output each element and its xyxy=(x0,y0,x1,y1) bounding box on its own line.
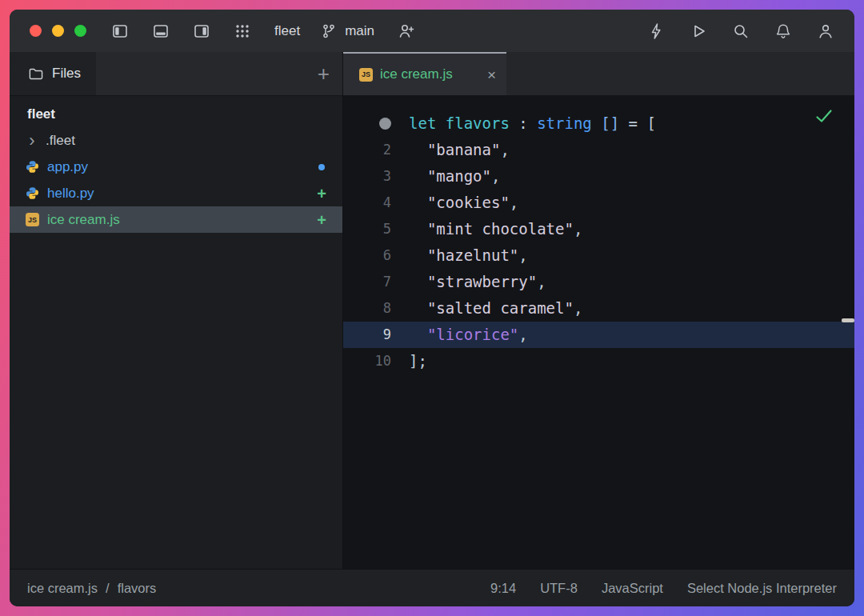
code-text[interactable]: let flavors : string [] = [ xyxy=(409,110,656,137)
line-number[interactable]: 7 xyxy=(343,269,409,295)
code-token xyxy=(409,326,427,343)
code-line-9[interactable]: 9 "licorice", xyxy=(343,322,854,348)
scrollbar-change-marker[interactable] xyxy=(842,318,854,322)
add-file-button[interactable]: + xyxy=(318,63,330,84)
code-token xyxy=(409,167,427,185)
code-token: ]; xyxy=(409,352,427,370)
line-number[interactable]: 6 xyxy=(343,242,409,269)
code-token xyxy=(409,273,427,290)
code-text[interactable]: "banana", xyxy=(409,137,510,163)
line-number[interactable]: 10 xyxy=(343,348,409,374)
code-token: , xyxy=(518,246,527,264)
code-token: , xyxy=(537,273,546,290)
files-panel-title: Files xyxy=(52,66,81,82)
toggle-bottom-panel-button[interactable] xyxy=(151,22,170,41)
editor-tabbar: JS ice cream.js × xyxy=(343,52,854,96)
line-indicator-dot[interactable] xyxy=(379,118,391,130)
line-number[interactable]: 3 xyxy=(343,163,409,190)
titlebar-actions xyxy=(646,22,835,41)
file-name: hello.py xyxy=(47,186,94,202)
caret-position[interactable]: 9:14 xyxy=(490,581,516,596)
search-icon[interactable] xyxy=(731,22,750,41)
code-line-6[interactable]: 6 "hazelnut", xyxy=(343,242,854,269)
line-number[interactable] xyxy=(343,110,409,137)
run-button[interactable] xyxy=(689,22,708,41)
code-text[interactable]: "cookies", xyxy=(409,190,518,216)
folder-icon xyxy=(26,64,45,83)
invite-collaborator-icon[interactable] xyxy=(397,22,416,41)
code-line-1[interactable]: let flavors : string [] = [ xyxy=(343,110,854,137)
language-indicator[interactable]: JavaScript xyxy=(602,581,663,596)
file-tree-item--fleet[interactable]: › .fleet xyxy=(10,127,342,154)
line-number[interactable]: 8 xyxy=(343,295,409,322)
code-token: , xyxy=(574,299,582,317)
code-token: , xyxy=(491,167,500,185)
code-token: [] xyxy=(601,114,628,132)
tab-close-icon[interactable]: × xyxy=(487,67,496,82)
code-text[interactable]: "mint chocolate", xyxy=(409,216,582,242)
code-line-3[interactable]: 3 "mango", xyxy=(343,163,854,190)
toggle-left-panel-button[interactable] xyxy=(110,22,130,41)
line-number[interactable]: 2 xyxy=(343,137,409,163)
project-root-label: fleet xyxy=(27,106,55,122)
file-tree-item-app-py[interactable]: app.py xyxy=(10,154,342,180)
file-encoding[interactable]: UTF-8 xyxy=(540,581,578,596)
code-line-2[interactable]: 2 "banana", xyxy=(343,137,854,163)
line-number[interactable]: 5 xyxy=(343,216,409,242)
code-token: , xyxy=(518,326,527,343)
breadcrumb-separator: / xyxy=(106,581,110,596)
project-name[interactable]: fleet xyxy=(274,23,300,39)
workspaces-grid-icon[interactable] xyxy=(233,22,252,41)
inspections-ok-check-icon[interactable] xyxy=(814,107,834,128)
tab-label: ice cream.js xyxy=(380,66,453,82)
code-token: "hazelnut" xyxy=(427,246,518,264)
interpreter-selector[interactable]: Select Node.js Interpreter xyxy=(687,581,837,596)
code-text[interactable]: ]; xyxy=(409,348,427,374)
vcs-added-plus-badge: + xyxy=(315,186,328,202)
javascript-file-icon: JS xyxy=(359,68,373,82)
breadcrumb-file[interactable]: ice cream.js xyxy=(27,581,98,596)
statusbar: ice cream.js / flavors 9:14 UTF-8 JavaSc… xyxy=(10,569,854,606)
git-branch-widget[interactable]: main xyxy=(319,22,374,41)
toggle-right-panel-button[interactable] xyxy=(192,22,211,41)
minimize-window-button[interactable] xyxy=(52,25,64,37)
code-text[interactable]: "licorice", xyxy=(409,322,528,348)
code-editor[interactable]: let flavors : string [] = [ 2 "banana", … xyxy=(343,96,854,569)
line-number[interactable]: 9 xyxy=(343,322,409,348)
breadcrumb-symbol[interactable]: flavors xyxy=(118,581,157,596)
code-line-4[interactable]: 4 "cookies", xyxy=(343,190,854,216)
notifications-bell-icon[interactable] xyxy=(774,22,793,41)
project-root-item[interactable]: fleet xyxy=(10,101,342,127)
code-token xyxy=(409,299,427,317)
code-token: , xyxy=(574,220,582,238)
code-line-10[interactable]: 10 ]; xyxy=(343,348,854,374)
code-token xyxy=(409,220,427,238)
code-line-7[interactable]: 7 "strawberry", xyxy=(343,269,854,295)
code-text[interactable]: "salted caramel", xyxy=(409,295,582,322)
tab-ice-cream-js[interactable]: JS ice cream.js × xyxy=(343,52,506,95)
files-panel-tab[interactable]: Files xyxy=(10,52,96,95)
files-panel: Files + fleet › .fleet app.py hello.py + xyxy=(10,52,343,569)
code-token: , xyxy=(510,194,518,211)
quick-actions-lightning-icon[interactable] xyxy=(646,22,666,41)
code-token: "mint chocolate" xyxy=(427,220,574,238)
code-text[interactable]: "mango", xyxy=(409,163,500,190)
file-tree-item-ice-cream-js[interactable]: JS ice cream.js + xyxy=(10,206,342,233)
code-token xyxy=(409,141,427,158)
file-tree-item-hello-py[interactable]: hello.py + xyxy=(10,180,342,206)
breadcrumb: ice cream.js / flavors xyxy=(27,581,156,596)
zoom-window-button[interactable] xyxy=(74,25,86,37)
code-line-5[interactable]: 5 "mint chocolate", xyxy=(343,216,854,242)
code-line-8[interactable]: 8 "salted caramel", xyxy=(343,295,854,322)
fleet-window: fleet main xyxy=(10,10,854,606)
code-token: "banana" xyxy=(427,141,501,158)
line-number[interactable]: 4 xyxy=(343,190,409,216)
chevron-right-icon[interactable]: › xyxy=(26,132,38,150)
account-icon[interactable] xyxy=(816,22,835,41)
code-text[interactable]: "hazelnut", xyxy=(409,242,528,269)
branch-name: main xyxy=(345,23,374,39)
file-name: app.py xyxy=(47,159,88,175)
code-token: : xyxy=(518,114,537,132)
code-text[interactable]: "strawberry", xyxy=(409,269,546,295)
close-window-button[interactable] xyxy=(30,25,42,37)
